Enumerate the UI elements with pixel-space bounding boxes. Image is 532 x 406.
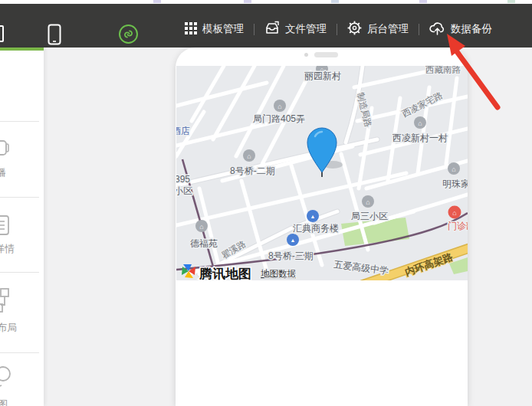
module-sidebar: 轮播 详情 — [0, 47, 44, 406]
file-tray-icon — [264, 21, 280, 38]
sidebar-item-label: 布局 — [0, 321, 17, 335]
svg-text:⌂: ⌂ — [418, 120, 422, 127]
map-label: 局门路405弄 — [253, 113, 305, 124]
bookmark-fragment — [153, 0, 161, 3]
sidebar-item-label: 轮播 — [0, 166, 6, 180]
gear-icon — [347, 21, 362, 38]
map-label: 局三小区 — [351, 211, 388, 221]
map-label: 局门路395 — [176, 174, 190, 185]
svg-text:⌂: ⌂ — [452, 209, 456, 217]
map-label: 门诊部 — [448, 221, 468, 231]
svg-text:▲: ▲ — [291, 237, 296, 243]
menu-divider — [419, 24, 419, 35]
map-label: 酒店 — [176, 126, 190, 136]
menu-label: 文件管理 — [285, 22, 327, 36]
module-list: 轮播 详情 — [0, 121, 39, 406]
svg-text:⌂: ⌂ — [277, 103, 281, 110]
map-svg: ⌂ ⌂ ⌂ ⌂ ⌂ ⌂ ⌂ ▲ ▲ ⌂ — [176, 66, 468, 280]
menu-data-backup[interactable]: 数据备份 — [429, 21, 492, 38]
map-label: 8号桥-二期 — [230, 165, 275, 176]
menu-divider — [337, 24, 337, 35]
phone-preview-frame: ⌂ ⌂ ⌂ ⌂ ⌂ ⌂ ⌂ ▲ ▲ ⌂ — [176, 47, 468, 406]
map-label: 西藏南路 — [425, 66, 461, 74]
sidebar-item-label: 详情 — [0, 242, 15, 256]
app-screen: 模板管理 文件管理 — [0, 0, 532, 406]
bookmark-fragment — [419, 0, 427, 3]
map-pin-icon — [0, 365, 14, 393]
map-label: 德福苑 — [190, 238, 218, 249]
svg-text:⌂: ⌂ — [366, 198, 369, 206]
phone-speaker — [314, 52, 338, 57]
toolbar-menu: 模板管理 文件管理 — [185, 4, 492, 47]
map-data-link[interactable]: 地图数据 — [261, 269, 296, 278]
bookmark-fragment — [331, 0, 339, 3]
desktop-preview-icon-partial[interactable] — [0, 25, 4, 42]
grid-icon — [185, 22, 197, 37]
menu-label: 后台管理 — [367, 22, 409, 36]
detail-doc-icon — [0, 214, 11, 239]
link-icon[interactable] — [119, 25, 138, 44]
map-label: 西凌新村一村 — [392, 133, 448, 143]
map-label: 小区 — [176, 185, 192, 196]
sidebar-item-detail[interactable]: 详情 — [0, 197, 39, 272]
mobile-preview-icon[interactable] — [48, 24, 61, 48]
sidebar-item-map[interactable]: 地图 — [0, 352, 39, 406]
menu-file-manage[interactable]: 文件管理 — [264, 21, 327, 38]
sidebar-item-layout[interactable]: 布局 — [0, 272, 39, 352]
menu-divider — [254, 24, 255, 35]
menu-label: 数据备份 — [451, 22, 492, 36]
poi-clinic-icon: ⌂ — [448, 206, 461, 219]
map-label: 汇典商务楼 — [293, 223, 339, 234]
tencent-map-canvas[interactable]: ⌂ ⌂ ⌂ ⌂ ⌂ ⌂ ⌂ ▲ ▲ ⌂ — [176, 66, 468, 280]
sidebar-item-carousel[interactable]: 轮播 — [0, 121, 39, 197]
bookmark-fragment — [244, 0, 251, 3]
layout-icon — [0, 288, 12, 317]
menu-admin-manage[interactable]: 后台管理 — [347, 21, 409, 38]
menu-template-manage[interactable]: 模板管理 — [185, 22, 244, 37]
map-label: 8号桥-三期 — [268, 250, 314, 261]
top-toolbar: 模板管理 文件管理 — [0, 4, 532, 47]
carousel-icon — [0, 139, 9, 162]
svg-text:⌂: ⌂ — [452, 165, 455, 173]
phone-camera-dot — [304, 53, 308, 57]
svg-text:⌂: ⌂ — [247, 152, 251, 160]
sidebar-accent-bar — [0, 47, 44, 51]
sidebar-item-label: 地图 — [0, 398, 8, 406]
svg-text:⌂: ⌂ — [199, 223, 203, 231]
menu-label: 模板管理 — [202, 22, 244, 36]
tencent-maps-wordmark: 腾讯地图 — [199, 267, 251, 280]
cloud-upload-icon — [429, 21, 445, 38]
bookmark-fragment — [507, 0, 515, 3]
map-label: 丽园新村 — [304, 70, 341, 81]
svg-text:▲: ▲ — [310, 214, 316, 219]
map-label: 明珠家园 — [442, 178, 468, 189]
